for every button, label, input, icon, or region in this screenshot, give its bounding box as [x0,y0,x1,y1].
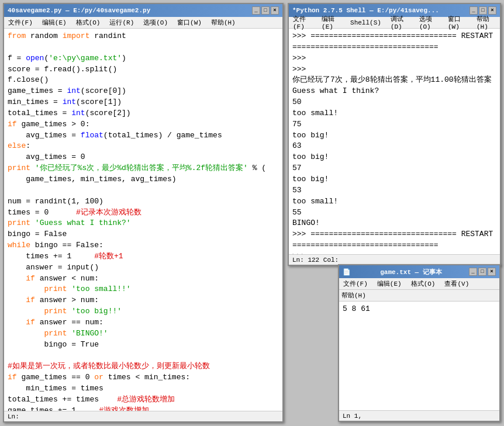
maximize-button[interactable]: □ [261,6,270,15]
menu-edit[interactable]: 编辑(E) [40,18,68,27]
notepad-menu-edit[interactable]: 编辑(E) [375,279,403,288]
shell-window[interactable]: *Python 2.7.5 Shell — E:/py/41saveg... _… [288,3,501,266]
minimize-button[interactable]: _ [252,6,260,15]
editor-title-bar: 40savegame2.py — E:/py/40savegame2.py _ … [4,4,282,17]
notepad-menu-view[interactable]: 查看(V) [443,279,471,288]
shell-title: *Python 2.7.5 Shell — E:/py/41saveg... [292,7,439,14]
notepad-menu-file[interactable]: 文件(F) [341,279,370,288]
shell-menu-file[interactable]: 文件(F) [291,15,314,30]
shell-win-controls[interactable]: _ □ × [470,6,496,15]
notepad-status-text: Ln 1, [343,413,362,420]
shell-minimize-button[interactable]: _ [470,6,478,15]
shell-menu-windows[interactable]: 窗口(W) [446,15,469,30]
shell-menu-shell[interactable]: Shell(S) [348,19,383,26]
menu-help[interactable]: 帮助(H) [209,18,237,27]
notepad-close-button[interactable]: × [488,268,496,276]
menu-format[interactable]: 格式(O) [74,18,102,27]
notepad-menu-help[interactable]: 帮助(H) [341,291,366,300]
editor-status-text: Ln: [8,413,19,420]
notepad-menu-format[interactable]: 格式(O) [409,279,437,288]
shell-output-area: >>> ================================ RES… [289,29,500,254]
notepad-content-area[interactable]: 5 8 61 [339,302,499,410]
menu-run[interactable]: 运行(R) [108,18,136,27]
shell-status-text: Ln: 122 Col: [292,257,339,264]
editor-code-area[interactable]: from random import randint f = open('e:\… [4,29,282,411]
notepad-title-bar: 📄 game.txt — 记事本 _ □ × [339,265,499,278]
shell-menu-options[interactable]: 选项(O) [417,15,440,30]
shell-menu-help[interactable]: 帮助(H) [475,15,498,30]
notepad-minimize-button[interactable]: _ [469,268,477,276]
notepad-icon: 📄 [343,268,351,276]
editor-menu-bar: 文件(F) 编辑(E) 格式(O) 运行(R) 选项(O) 窗口(W) 帮助(H… [4,17,282,29]
shell-close-button[interactable]: × [488,6,496,15]
close-button[interactable]: × [271,6,279,15]
notepad-window[interactable]: 📄 game.txt — 记事本 _ □ × 文件(F) 编辑(E) 格式(O)… [338,264,500,422]
menu-file[interactable]: 文件(F) [6,18,34,27]
shell-menu-debug[interactable]: 调试(D) [389,15,412,30]
notepad-menu-bar: 文件(F) 编辑(E) 格式(O) 查看(V) [339,278,499,290]
shell-menu-bar: 文件(F) 编辑(E) Shell(S) 调试(D) 选项(O) 窗口(W) 帮… [289,17,500,29]
menu-windows[interactable]: 窗口(W) [175,18,203,27]
editor-window[interactable]: 40savegame2.py — E:/py/40savegame2.py _ … [3,3,284,422]
shell-menu-edit[interactable]: 编辑(E) [320,15,343,30]
editor-win-controls[interactable]: _ □ × [252,6,279,15]
notepad-win-controls[interactable]: _ □ × [469,268,496,276]
editor-title: 40savegame2.py — E:/py/40savegame2.py [8,7,150,14]
notepad-status-bar: Ln 1, [339,410,499,421]
notepad-help-bar: 帮助(H) [339,290,499,302]
editor-status-bar: Ln: [4,411,282,421]
notepad-maximize-button[interactable]: □ [478,268,486,276]
menu-options[interactable]: 选项(O) [141,18,170,27]
shell-status-bar: Ln: 122 Col: [289,254,500,265]
shell-maximize-button[interactable]: □ [479,6,487,15]
notepad-title: game.txt — 记事本 [380,268,442,276]
